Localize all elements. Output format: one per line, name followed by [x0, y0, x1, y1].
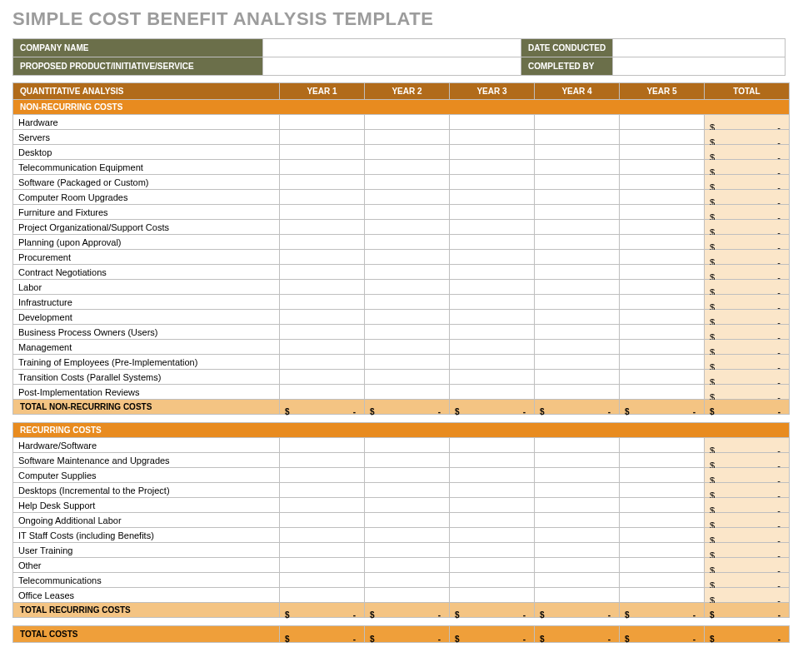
cell-y5[interactable] — [620, 130, 705, 145]
cell-y1[interactable] — [280, 438, 365, 453]
cell-y2[interactable] — [365, 265, 450, 280]
cell-y5[interactable] — [620, 235, 705, 250]
cell-y5[interactable] — [620, 250, 705, 265]
cell-y4[interactable] — [535, 370, 620, 385]
cell-y2[interactable] — [365, 573, 450, 588]
cell-y3[interactable] — [450, 130, 535, 145]
cell-y3[interactable] — [450, 340, 535, 355]
cell-y2[interactable] — [365, 205, 450, 220]
cell-y2[interactable] — [365, 438, 450, 453]
cell-y1[interactable] — [280, 513, 365, 528]
cell-y1[interactable] — [280, 588, 365, 603]
cell-y1[interactable] — [280, 145, 365, 160]
cell-y4[interactable] — [535, 483, 620, 498]
cell-y3[interactable] — [450, 528, 535, 543]
cell-y3[interactable] — [450, 160, 535, 175]
cell-y3[interactable] — [450, 265, 535, 280]
cell-y2[interactable] — [365, 310, 450, 325]
cell-y5[interactable] — [620, 588, 705, 603]
cell-y3[interactable] — [450, 453, 535, 468]
cell-y4[interactable] — [535, 573, 620, 588]
cell-y1[interactable] — [280, 573, 365, 588]
cell-y3[interactable] — [450, 325, 535, 340]
cell-y2[interactable] — [365, 235, 450, 250]
cell-y5[interactable] — [620, 190, 705, 205]
cell-y5[interactable] — [620, 310, 705, 325]
cell-y2[interactable] — [365, 280, 450, 295]
cell-y2[interactable] — [365, 528, 450, 543]
cell-y5[interactable] — [620, 265, 705, 280]
cell-y3[interactable] — [450, 513, 535, 528]
cell-y2[interactable] — [365, 250, 450, 265]
cell-y5[interactable] — [620, 438, 705, 453]
cell-y1[interactable] — [280, 340, 365, 355]
cell-y1[interactable] — [280, 115, 365, 130]
cell-y4[interactable] — [535, 265, 620, 280]
cell-y3[interactable] — [450, 175, 535, 190]
cell-y4[interactable] — [535, 528, 620, 543]
cell-y5[interactable] — [620, 280, 705, 295]
cell-y2[interactable] — [365, 543, 450, 558]
cell-y2[interactable] — [365, 295, 450, 310]
cell-y4[interactable] — [535, 513, 620, 528]
cell-y5[interactable] — [620, 205, 705, 220]
cell-y1[interactable] — [280, 355, 365, 370]
cell-y3[interactable] — [450, 190, 535, 205]
cell-y2[interactable] — [365, 453, 450, 468]
cell-y4[interactable] — [535, 438, 620, 453]
cell-y3[interactable] — [450, 220, 535, 235]
cell-y5[interactable] — [620, 175, 705, 190]
cell-y2[interactable] — [365, 513, 450, 528]
cell-y5[interactable] — [620, 453, 705, 468]
cell-y2[interactable] — [365, 588, 450, 603]
cell-y1[interactable] — [280, 250, 365, 265]
completed-by-value[interactable] — [613, 57, 786, 76]
cell-y1[interactable] — [280, 295, 365, 310]
cell-y5[interactable] — [620, 295, 705, 310]
cell-y5[interactable] — [620, 543, 705, 558]
cell-y4[interactable] — [535, 543, 620, 558]
cell-y5[interactable] — [620, 385, 705, 400]
cell-y5[interactable] — [620, 483, 705, 498]
cell-y3[interactable] — [450, 295, 535, 310]
cell-y2[interactable] — [365, 340, 450, 355]
cell-y4[interactable] — [535, 558, 620, 573]
cell-y3[interactable] — [450, 235, 535, 250]
cell-y5[interactable] — [620, 115, 705, 130]
cell-y4[interactable] — [535, 205, 620, 220]
cell-y4[interactable] — [535, 130, 620, 145]
cell-y1[interactable] — [280, 175, 365, 190]
cell-y2[interactable] — [365, 160, 450, 175]
cell-y4[interactable] — [535, 160, 620, 175]
date-conducted-value[interactable] — [613, 39, 786, 57]
cell-y2[interactable] — [365, 175, 450, 190]
cell-y4[interactable] — [535, 145, 620, 160]
cell-y3[interactable] — [450, 280, 535, 295]
cell-y4[interactable] — [535, 250, 620, 265]
cell-y2[interactable] — [365, 355, 450, 370]
cell-y2[interactable] — [365, 220, 450, 235]
cell-y1[interactable] — [280, 558, 365, 573]
cell-y1[interactable] — [280, 385, 365, 400]
cell-y5[interactable] — [620, 528, 705, 543]
cell-y2[interactable] — [365, 468, 450, 483]
cell-y4[interactable] — [535, 355, 620, 370]
cell-y1[interactable] — [280, 220, 365, 235]
cell-y3[interactable] — [450, 370, 535, 385]
cell-y1[interactable] — [280, 483, 365, 498]
cell-y1[interactable] — [280, 528, 365, 543]
cell-y3[interactable] — [450, 355, 535, 370]
cell-y4[interactable] — [535, 588, 620, 603]
cell-y4[interactable] — [535, 220, 620, 235]
cell-y3[interactable] — [450, 145, 535, 160]
cell-y5[interactable] — [620, 573, 705, 588]
cell-y1[interactable] — [280, 265, 365, 280]
cell-y4[interactable] — [535, 115, 620, 130]
cell-y5[interactable] — [620, 498, 705, 513]
cell-y2[interactable] — [365, 115, 450, 130]
company-name-value[interactable] — [263, 39, 521, 57]
cell-y1[interactable] — [280, 453, 365, 468]
cell-y3[interactable] — [450, 310, 535, 325]
cell-y2[interactable] — [365, 145, 450, 160]
cell-y5[interactable] — [620, 160, 705, 175]
